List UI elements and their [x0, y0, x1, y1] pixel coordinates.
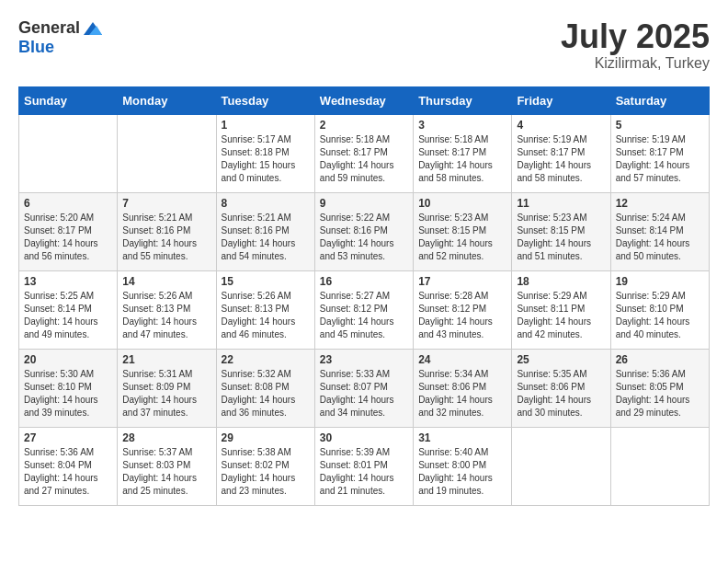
logo: General Blue — [18, 18, 102, 57]
day-number: 5 — [616, 119, 704, 132]
day-number: 26 — [616, 353, 704, 366]
cell-content: Sunrise: 5:24 AMSunset: 8:14 PMDaylight:… — [616, 212, 704, 263]
day-number: 22 — [222, 353, 310, 366]
calendar-cell — [19, 114, 118, 192]
cell-content: Sunrise: 5:36 AMSunset: 8:04 PMDaylight:… — [24, 446, 112, 498]
calendar-cell — [512, 427, 610, 505]
week-row-4: 20Sunrise: 5:30 AMSunset: 8:10 PMDayligh… — [19, 349, 710, 427]
calendar-cell: 26Sunrise: 5:36 AMSunset: 8:05 PMDayligh… — [610, 349, 709, 427]
calendar-cell: 2Sunrise: 5:18 AMSunset: 8:17 PMDaylight… — [314, 114, 413, 192]
day-number: 25 — [517, 353, 605, 366]
cell-content: Sunrise: 5:26 AMSunset: 8:13 PMDaylight:… — [122, 290, 210, 341]
cell-content: Sunrise: 5:22 AMSunset: 8:16 PMDaylight:… — [320, 212, 408, 263]
cell-content: Sunrise: 5:29 AMSunset: 8:11 PMDaylight:… — [517, 290, 605, 341]
weekday-header-row: SundayMondayTuesdayWednesdayThursdayFrid… — [19, 86, 710, 114]
cell-content: Sunrise: 5:32 AMSunset: 8:08 PMDaylight:… — [222, 368, 310, 419]
cell-content: Sunrise: 5:18 AMSunset: 8:17 PMDaylight:… — [320, 133, 408, 185]
calendar-cell: 16Sunrise: 5:27 AMSunset: 8:12 PMDayligh… — [314, 270, 413, 349]
calendar-cell: 10Sunrise: 5:23 AMSunset: 8:15 PMDayligh… — [414, 192, 512, 270]
calendar-cell: 28Sunrise: 5:37 AMSunset: 8:03 PMDayligh… — [118, 427, 216, 505]
logo-icon — [82, 18, 102, 39]
day-number: 3 — [418, 119, 506, 132]
day-number: 29 — [222, 431, 310, 444]
weekday-header-monday: Monday — [118, 86, 216, 114]
calendar-cell: 15Sunrise: 5:26 AMSunset: 8:13 PMDayligh… — [216, 270, 314, 349]
calendar-cell: 13Sunrise: 5:25 AMSunset: 8:14 PMDayligh… — [19, 270, 118, 349]
calendar-cell: 11Sunrise: 5:23 AMSunset: 8:15 PMDayligh… — [512, 192, 610, 270]
day-number: 19 — [616, 275, 704, 288]
cell-content: Sunrise: 5:18 AMSunset: 8:17 PMDaylight:… — [418, 133, 506, 185]
cell-content: Sunrise: 5:28 AMSunset: 8:12 PMDaylight:… — [418, 290, 506, 341]
calendar-cell: 6Sunrise: 5:20 AMSunset: 8:17 PMDaylight… — [19, 192, 118, 270]
calendar-cell: 9Sunrise: 5:22 AMSunset: 8:16 PMDaylight… — [314, 192, 413, 270]
calendar-cell: 27Sunrise: 5:36 AMSunset: 8:04 PMDayligh… — [19, 427, 118, 505]
day-number: 28 — [122, 431, 210, 444]
weekday-header-sunday: Sunday — [19, 86, 118, 114]
calendar-cell: 24Sunrise: 5:34 AMSunset: 8:06 PMDayligh… — [414, 349, 512, 427]
calendar-cell: 18Sunrise: 5:29 AMSunset: 8:11 PMDayligh… — [512, 270, 610, 349]
calendar-cell: 5Sunrise: 5:19 AMSunset: 8:17 PMDaylight… — [610, 114, 709, 192]
title-block: July 2025 Kizilirmak, Turkey — [561, 18, 710, 72]
calendar-cell: 14Sunrise: 5:26 AMSunset: 8:13 PMDayligh… — [118, 270, 216, 349]
cell-content: Sunrise: 5:20 AMSunset: 8:17 PMDaylight:… — [24, 212, 112, 263]
cell-content: Sunrise: 5:30 AMSunset: 8:10 PMDaylight:… — [24, 368, 112, 419]
day-number: 10 — [418, 197, 506, 210]
calendar-cell: 20Sunrise: 5:30 AMSunset: 8:10 PMDayligh… — [19, 349, 118, 427]
cell-content: Sunrise: 5:37 AMSunset: 8:03 PMDaylight:… — [122, 446, 210, 498]
day-number: 23 — [320, 353, 408, 366]
calendar-cell — [610, 427, 709, 505]
cell-content: Sunrise: 5:19 AMSunset: 8:17 PMDaylight:… — [517, 133, 605, 185]
calendar-cell: 21Sunrise: 5:31 AMSunset: 8:09 PMDayligh… — [118, 349, 216, 427]
cell-content: Sunrise: 5:36 AMSunset: 8:05 PMDaylight:… — [616, 368, 704, 419]
day-number: 30 — [320, 431, 408, 444]
weekday-header-saturday: Saturday — [610, 86, 709, 114]
calendar-cell: 17Sunrise: 5:28 AMSunset: 8:12 PMDayligh… — [414, 270, 512, 349]
cell-content: Sunrise: 5:33 AMSunset: 8:07 PMDaylight:… — [320, 368, 408, 419]
day-number: 2 — [320, 119, 408, 132]
calendar-cell: 25Sunrise: 5:35 AMSunset: 8:06 PMDayligh… — [512, 349, 610, 427]
page-header: General Blue July 2025 Kizilirmak, Turke… — [18, 18, 710, 72]
cell-content: Sunrise: 5:23 AMSunset: 8:15 PMDaylight:… — [517, 212, 605, 263]
calendar-cell: 7Sunrise: 5:21 AMSunset: 8:16 PMDaylight… — [118, 192, 216, 270]
logo-general: General — [18, 19, 80, 38]
weekday-header-tuesday: Tuesday — [216, 86, 314, 114]
day-number: 14 — [122, 275, 210, 288]
day-number: 13 — [24, 275, 112, 288]
cell-content: Sunrise: 5:25 AMSunset: 8:14 PMDaylight:… — [24, 290, 112, 341]
cell-content: Sunrise: 5:40 AMSunset: 8:00 PMDaylight:… — [418, 446, 506, 498]
weekday-header-wednesday: Wednesday — [314, 86, 413, 114]
day-number: 17 — [418, 275, 506, 288]
cell-content: Sunrise: 5:26 AMSunset: 8:13 PMDaylight:… — [222, 290, 310, 341]
calendar-cell: 4Sunrise: 5:19 AMSunset: 8:17 PMDaylight… — [512, 114, 610, 192]
cell-content: Sunrise: 5:29 AMSunset: 8:10 PMDaylight:… — [616, 290, 704, 341]
cell-content: Sunrise: 5:23 AMSunset: 8:15 PMDaylight:… — [418, 212, 506, 263]
day-number: 15 — [222, 275, 310, 288]
weekday-header-friday: Friday — [512, 86, 610, 114]
day-number: 11 — [517, 197, 605, 210]
location-title: Kizilirmak, Turkey — [561, 55, 710, 72]
cell-content: Sunrise: 5:38 AMSunset: 8:02 PMDaylight:… — [222, 446, 310, 498]
calendar-cell: 8Sunrise: 5:21 AMSunset: 8:16 PMDaylight… — [216, 192, 314, 270]
cell-content: Sunrise: 5:27 AMSunset: 8:12 PMDaylight:… — [320, 290, 408, 341]
week-row-3: 13Sunrise: 5:25 AMSunset: 8:14 PMDayligh… — [19, 270, 710, 349]
calendar-cell: 12Sunrise: 5:24 AMSunset: 8:14 PMDayligh… — [610, 192, 709, 270]
day-number: 8 — [222, 197, 310, 210]
week-row-1: 1Sunrise: 5:17 AMSunset: 8:18 PMDaylight… — [19, 114, 710, 192]
calendar-cell: 30Sunrise: 5:39 AMSunset: 8:01 PMDayligh… — [314, 427, 413, 505]
day-number: 9 — [320, 197, 408, 210]
calendar-cell: 3Sunrise: 5:18 AMSunset: 8:17 PMDaylight… — [414, 114, 512, 192]
day-number: 27 — [24, 431, 112, 444]
day-number: 31 — [418, 431, 506, 444]
week-row-2: 6Sunrise: 5:20 AMSunset: 8:17 PMDaylight… — [19, 192, 710, 270]
day-number: 20 — [24, 353, 112, 366]
calendar-table: SundayMondayTuesdayWednesdayThursdayFrid… — [18, 86, 710, 506]
calendar-cell: 23Sunrise: 5:33 AMSunset: 8:07 PMDayligh… — [314, 349, 413, 427]
week-row-5: 27Sunrise: 5:36 AMSunset: 8:04 PMDayligh… — [19, 427, 710, 505]
cell-content: Sunrise: 5:19 AMSunset: 8:17 PMDaylight:… — [616, 133, 704, 185]
calendar-cell: 22Sunrise: 5:32 AMSunset: 8:08 PMDayligh… — [216, 349, 314, 427]
month-title: July 2025 — [561, 18, 710, 55]
day-number: 12 — [616, 197, 704, 210]
day-number: 18 — [517, 275, 605, 288]
weekday-header-thursday: Thursday — [414, 86, 512, 114]
cell-content: Sunrise: 5:35 AMSunset: 8:06 PMDaylight:… — [517, 368, 605, 419]
